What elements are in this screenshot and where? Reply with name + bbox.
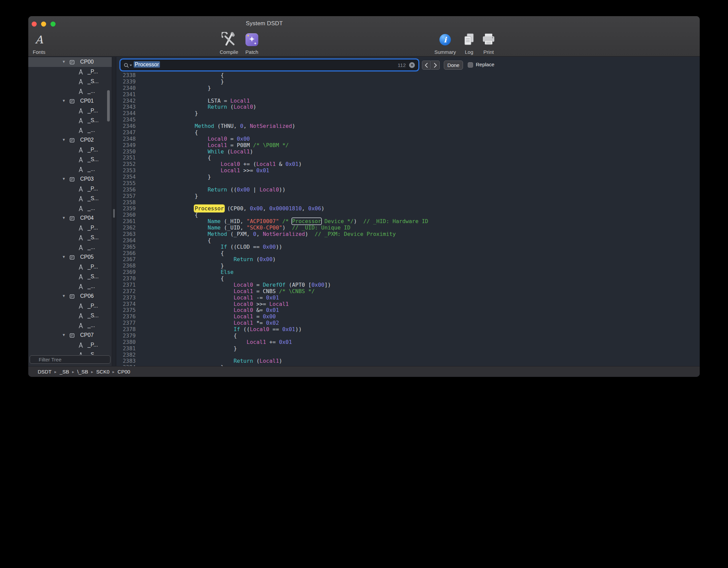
minimize-button[interactable] — [41, 22, 46, 27]
tree-item-cp02-method[interactable]: _... — [28, 165, 112, 174]
code-token: == — [269, 326, 283, 332]
code-line-2360: 2360 { — [116, 212, 700, 218]
tree-item-cp00-method[interactable]: _... — [28, 86, 112, 96]
tree-item-cp04-method[interactable]: _P... — [28, 223, 112, 233]
tree-item-cp04-method[interactable]: _... — [28, 243, 112, 252]
tree-item-cp05[interactable]: ▼CP05 — [28, 252, 112, 262]
tree-item-cp03[interactable]: ▼CP03 — [28, 174, 112, 184]
tree-item-cp02-method[interactable]: _S... — [28, 155, 112, 165]
disclosure-triangle-icon[interactable]: ▼ — [62, 99, 66, 103]
replace-label[interactable]: Replace — [476, 62, 494, 67]
code-token: (( — [240, 326, 250, 332]
status-bar: DSDT▸_SB▸\_SB▸SCK0▸CP00 — [28, 366, 700, 377]
code-line-2372: 2372 Local1 = CNBS /* \CNBS */ — [116, 288, 700, 295]
toolbar-item-summary[interactable]: i Summary — [432, 31, 458, 55]
toolbar-item-patch[interactable]: Patch — [242, 31, 261, 55]
disclosure-triangle-icon[interactable]: ▼ — [62, 255, 66, 259]
tree-item-cp02[interactable]: ▼CP02 — [28, 135, 112, 145]
line-number: 2383 — [116, 358, 136, 364]
breadcrumb-item[interactable]: DSDT — [38, 369, 52, 375]
line-number: 2339 — [116, 79, 136, 85]
tree-item-cp03-method[interactable]: _S... — [28, 194, 112, 204]
code-token: Local0 — [260, 186, 279, 193]
find-previous-button[interactable] — [422, 61, 431, 70]
done-button[interactable]: Done — [444, 61, 463, 70]
code-token: >>= — [240, 167, 256, 174]
toolbar-item-log[interactable]: Log — [461, 31, 477, 55]
close-button[interactable] — [32, 22, 37, 27]
tree-item-cp00[interactable]: ▼CP00 — [28, 57, 112, 67]
code-token: 0x01 — [266, 307, 279, 313]
scope-icon — [69, 332, 75, 340]
code-token — [143, 186, 208, 193]
zoom-button[interactable] — [51, 22, 56, 27]
toolbar-item-fonts[interactable]: A Fonts — [28, 31, 50, 55]
tree-item-cp07-method[interactable]: _P... — [28, 340, 112, 350]
disclosure-triangle-icon[interactable]: ▼ — [62, 333, 66, 337]
divider-handle-icon[interactable] — [113, 209, 115, 218]
tree-item-cp06-method[interactable]: _S... — [28, 311, 112, 321]
disclosure-triangle-icon[interactable]: ▼ — [62, 216, 66, 220]
tree-item-cp05-method[interactable]: _P... — [28, 262, 112, 272]
method-compass-icon — [77, 283, 84, 291]
code-area[interactable]: 2338 {2339 }2340 }23412342 LSTA = Local1… — [116, 72, 700, 366]
breadcrumb: DSDT▸_SB▸\_SB▸SCK0▸CP00 — [38, 369, 130, 375]
breadcrumb-item[interactable]: CP00 — [118, 369, 130, 375]
tree-item-cp00-method[interactable]: _S... — [28, 77, 112, 86]
search-query-text[interactable]: Processor — [134, 62, 160, 68]
code-token: Else — [221, 269, 234, 275]
code-token: While — [208, 148, 224, 155]
disclosure-triangle-icon[interactable]: ▼ — [62, 138, 66, 142]
search-menu-icon[interactable] — [124, 63, 133, 69]
code-token: *= — [253, 320, 266, 326]
tree-item-cp04-method[interactable]: _S... — [28, 233, 112, 243]
tree-item-label: _P... — [88, 108, 98, 114]
scope-icon — [69, 215, 75, 223]
tree-item-cp01[interactable]: ▼CP01 — [28, 96, 112, 106]
code-token: 0x00 — [263, 313, 276, 320]
line-number: 2372 — [116, 288, 136, 295]
breadcrumb-item[interactable]: SCK0 — [96, 369, 109, 375]
tree-item-cp06[interactable]: ▼CP06 — [28, 291, 112, 301]
method-compass-icon — [77, 156, 84, 165]
code-token — [143, 148, 208, 155]
filter-area — [28, 355, 112, 366]
split-divider[interactable] — [112, 57, 116, 366]
breadcrumb-item[interactable]: \_SB — [77, 369, 88, 375]
disclosure-triangle-icon[interactable]: ▼ — [62, 60, 66, 64]
code-token: { — [143, 237, 211, 244]
code-token: Local1 — [208, 142, 227, 148]
code-token: LSTA = — [143, 98, 230, 104]
sidebar-scrollbar[interactable] — [107, 90, 110, 121]
tree-item-cp05-method[interactable]: _S... — [28, 272, 112, 282]
breadcrumb-item[interactable]: _SB — [60, 369, 69, 375]
code-token: , — [243, 123, 250, 129]
tree-item-cp07[interactable]: ▼CP07 — [28, 330, 112, 340]
find-next-button[interactable] — [431, 61, 440, 70]
disclosure-triangle-icon[interactable]: ▼ — [62, 177, 66, 181]
filter-tree-input[interactable] — [30, 355, 110, 364]
line-number: 2358 — [116, 200, 136, 206]
tree-item-cp01-method[interactable]: _... — [28, 126, 112, 135]
clear-search-button[interactable]: ✕ — [409, 62, 415, 68]
tree-item-cp07-method[interactable]: _S... — [28, 350, 112, 355]
scope-icon — [69, 254, 75, 262]
line-number: 2371 — [116, 282, 136, 288]
tree-item-cp04[interactable]: ▼CP04 — [28, 213, 112, 223]
code-token: (_HID, — [221, 218, 246, 224]
tree-item-cp03-method[interactable]: _P... — [28, 184, 112, 194]
disclosure-triangle-icon[interactable]: ▼ — [62, 294, 66, 298]
tree-item-cp01-method[interactable]: _S... — [28, 116, 112, 126]
tree-item-cp00-method[interactable]: _P... — [28, 67, 112, 77]
toolbar-item-print[interactable]: Print — [481, 31, 497, 55]
replace-checkbox[interactable] — [468, 62, 473, 68]
close-icon: ✕ — [410, 63, 413, 67]
search-field[interactable]: Processor 112 ✕ — [121, 60, 418, 70]
tree-item-cp05-method[interactable]: _... — [28, 282, 112, 291]
tree-item-cp06-method[interactable]: _... — [28, 321, 112, 330]
tree-item-cp01-method[interactable]: _P... — [28, 106, 112, 116]
tree-item-cp02-method[interactable]: _P... — [28, 145, 112, 155]
tree-item-cp06-method[interactable]: _P... — [28, 301, 112, 311]
toolbar-item-compile[interactable]: Compile — [216, 31, 242, 55]
tree-item-cp03-method[interactable]: _... — [28, 204, 112, 213]
